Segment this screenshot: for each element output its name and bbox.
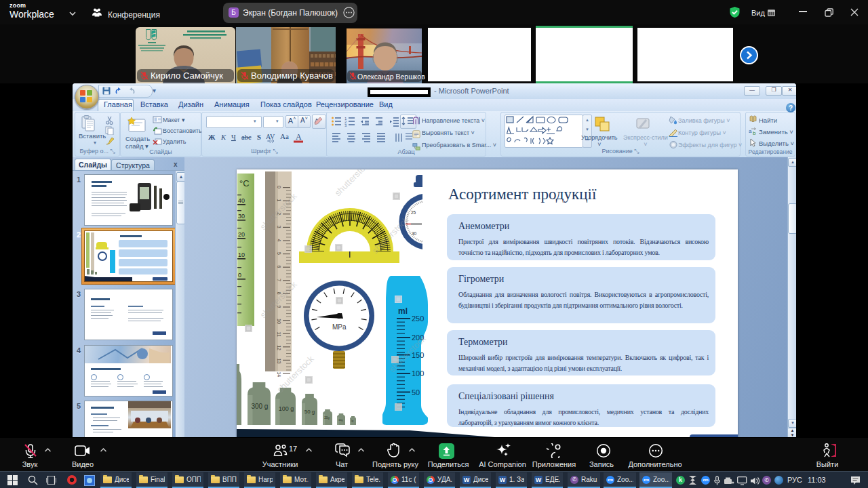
svg-text:5: 5 — [277, 252, 281, 255]
svg-text:100: 100 — [412, 369, 424, 378]
svg-text:Ч: Ч — [231, 134, 236, 141]
svg-text:0: 0 — [277, 186, 281, 188]
svg-text:7: 7 — [277, 279, 281, 281]
svg-text:100 g: 100 g — [279, 405, 294, 412]
svg-text:30: 30 — [412, 231, 417, 236]
svg-text:3: 3 — [344, 123, 347, 127]
svg-text:4: 4 — [277, 239, 281, 241]
svg-text:50 g: 50 g — [304, 409, 315, 415]
svg-text:11: 11 — [277, 332, 281, 337]
svg-text:b: b — [753, 130, 756, 136]
svg-text:300 g: 300 g — [251, 403, 268, 410]
svg-text:10: 10 — [277, 319, 281, 324]
svg-text:5g: 5g — [351, 420, 353, 422]
svg-text:40: 40 — [238, 197, 245, 204]
svg-text:10g: 10g — [338, 418, 343, 422]
svg-text:Aa: Aa — [280, 132, 289, 140]
svg-text:ml: ml — [398, 306, 408, 316]
svg-text:A: A — [296, 132, 302, 142]
svg-text:10: 10 — [238, 251, 245, 258]
svg-text:Ж: Ж — [208, 134, 216, 141]
svg-text:50: 50 — [412, 388, 420, 396]
svg-text:0: 0 — [238, 272, 241, 279]
svg-text:К: К — [220, 134, 226, 141]
svg-text:20g: 20g — [324, 416, 330, 420]
svg-text:shutterstock: shutterstock — [333, 169, 374, 198]
svg-text:20: 20 — [238, 231, 245, 238]
svg-text:MPa: MPa — [332, 323, 347, 331]
svg-text:13: 13 — [277, 359, 281, 364]
svg-text:14: 14 — [277, 371, 281, 377]
svg-text:250: 250 — [412, 314, 424, 323]
svg-text:25: 25 — [411, 210, 416, 215]
svg-text:12: 12 — [277, 345, 281, 350]
svg-text:3: 3 — [277, 226, 281, 228]
svg-text:abc: abc — [241, 134, 252, 141]
svg-text:6: 6 — [277, 266, 281, 268]
svg-text:30: 30 — [238, 213, 245, 220]
svg-text:°C: °C — [239, 178, 250, 188]
svg-text:S: S — [257, 134, 261, 141]
